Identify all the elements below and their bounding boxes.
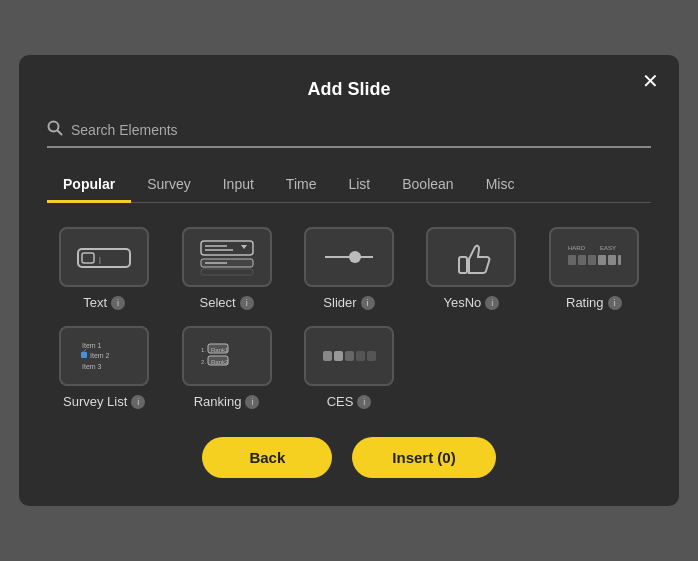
elements-grid: | Text i Select [47, 227, 651, 409]
text-info-icon[interactable]: i [111, 296, 125, 310]
ces-label: CES i [327, 394, 372, 409]
element-text[interactable]: | Text i [47, 227, 161, 310]
tab-input[interactable]: Input [207, 168, 270, 203]
select-label: Select i [200, 295, 254, 310]
survey-list-info-icon[interactable]: i [131, 395, 145, 409]
select-icon-box [182, 227, 272, 287]
tab-boolean[interactable]: Boolean [386, 168, 469, 203]
text-label: Text i [83, 295, 125, 310]
svg-text:Rank1: Rank1 [211, 347, 229, 353]
ranking-info-icon[interactable]: i [245, 395, 259, 409]
modal-header: Add Slide [47, 79, 651, 100]
slider-icon-box [304, 227, 394, 287]
element-ces[interactable]: CES i [292, 326, 406, 409]
rating-info-icon[interactable]: i [608, 296, 622, 310]
svg-text:HARD: HARD [568, 245, 586, 251]
svg-rect-19 [588, 255, 596, 265]
text-icon-box: | [59, 227, 149, 287]
yesno-icon-box [426, 227, 516, 287]
yesno-info-icon[interactable]: i [485, 296, 499, 310]
tabs-bar: Popular Survey Input Time List Boolean M… [47, 168, 651, 203]
survey-list-label: Survey List i [63, 394, 145, 409]
select-info-icon[interactable]: i [240, 296, 254, 310]
tab-list[interactable]: List [332, 168, 386, 203]
svg-text:EASY: EASY [600, 245, 616, 251]
svg-rect-3 [82, 253, 94, 263]
ces-info-icon[interactable]: i [357, 395, 371, 409]
svg-rect-22 [618, 255, 621, 265]
element-rating[interactable]: HARD EASY Rating i [537, 227, 651, 310]
element-slider[interactable]: Slider i [292, 227, 406, 310]
back-button[interactable]: Back [202, 437, 332, 478]
svg-text:Item 2: Item 2 [90, 352, 110, 359]
svg-rect-36 [345, 351, 354, 361]
rating-label: Rating i [566, 295, 622, 310]
svg-rect-2 [78, 249, 130, 267]
survey-list-icon-box: Item 1 Item 2 ✓ Item 3 [59, 326, 149, 386]
ranking-icon-box: 1. Rank1 2. Rank2 [182, 326, 272, 386]
svg-rect-21 [608, 255, 616, 265]
svg-rect-5 [201, 241, 253, 255]
modal-footer: Back Insert (0) [47, 437, 651, 478]
element-ranking[interactable]: 1. Rank1 2. Rank2 Ranking i [169, 326, 283, 409]
svg-point-13 [349, 251, 361, 263]
ces-icon-box [304, 326, 394, 386]
svg-marker-8 [241, 245, 247, 249]
svg-rect-14 [459, 257, 467, 273]
search-input[interactable] [71, 122, 291, 138]
svg-rect-20 [598, 255, 606, 265]
tab-popular[interactable]: Popular [47, 168, 131, 203]
tab-time[interactable]: Time [270, 168, 333, 203]
svg-text:|: | [99, 256, 101, 264]
yesno-label: YesNo i [443, 295, 499, 310]
svg-text:1.: 1. [201, 347, 206, 353]
close-button[interactable]: ✕ [642, 71, 659, 91]
svg-text:Rank2: Rank2 [211, 359, 229, 365]
svg-rect-18 [578, 255, 586, 265]
search-icon [47, 120, 63, 140]
element-yesno[interactable]: YesNo i [414, 227, 528, 310]
svg-rect-37 [356, 351, 365, 361]
svg-text:2.: 2. [201, 359, 206, 365]
insert-button[interactable]: Insert (0) [352, 437, 495, 478]
svg-text:Item 3: Item 3 [82, 363, 102, 370]
add-slide-modal: Add Slide ✕ Popular Survey Input Time Li… [19, 55, 679, 506]
element-select[interactable]: Select i [169, 227, 283, 310]
tab-misc[interactable]: Misc [470, 168, 531, 203]
search-bar [47, 120, 651, 148]
svg-rect-35 [334, 351, 343, 361]
svg-rect-34 [323, 351, 332, 361]
svg-rect-11 [201, 269, 253, 275]
slider-info-icon[interactable]: i [361, 296, 375, 310]
rating-icon-box: HARD EASY [549, 227, 639, 287]
svg-rect-17 [568, 255, 576, 265]
svg-text:✓: ✓ [81, 347, 88, 356]
svg-rect-38 [367, 351, 376, 361]
tab-survey[interactable]: Survey [131, 168, 207, 203]
modal-title: Add Slide [307, 79, 390, 99]
svg-line-1 [58, 131, 62, 135]
ranking-label: Ranking i [194, 394, 260, 409]
slider-label: Slider i [323, 295, 374, 310]
element-survey-list[interactable]: Item 1 Item 2 ✓ Item 3 Survey List i [47, 326, 161, 409]
